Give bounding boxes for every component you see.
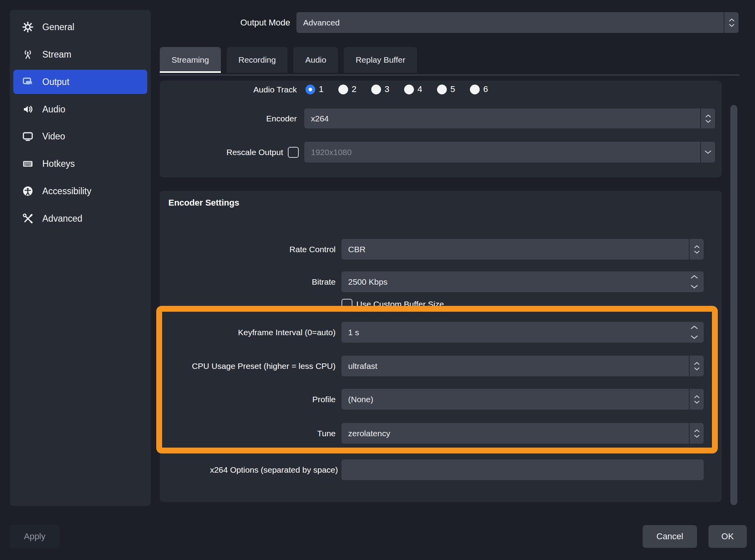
spinner-up-icon [729, 18, 735, 22]
spinner-down-icon [729, 24, 735, 27]
sidebar-item-label: Output [42, 77, 69, 87]
gear-icon [22, 21, 34, 33]
audio-track-radio-label: 4 [417, 84, 422, 94]
profile-label: Profile [160, 389, 336, 410]
rescale-output-dropdown[interactable]: 1920x1080 [304, 142, 715, 163]
sidebar-item-label: Accessibility [42, 186, 91, 197]
sidebar-item-stream[interactable]: Stream [13, 42, 147, 67]
spinner-up-icon [694, 429, 700, 432]
spinner-up-icon [705, 114, 711, 117]
spin-up-button[interactable] [690, 275, 698, 279]
rescale-output-checkbox[interactable] [288, 147, 299, 158]
sidebar-item-label: Stream [42, 49, 71, 60]
encoder-dropdown[interactable]: x264 [304, 108, 715, 128]
dropdown-button[interactable] [700, 142, 715, 163]
profile-value: (None) [348, 395, 373, 404]
sidebar-item-hotkeys[interactable]: Hotkeys [13, 152, 147, 176]
tab-divider [160, 74, 739, 76]
audio-track-radio-2[interactable] [338, 85, 348, 94]
audio-track-radio-3[interactable] [371, 85, 381, 94]
audio-track-radio-label: 2 [352, 84, 356, 94]
ok-button[interactable]: OK [708, 525, 747, 548]
audio-track-radio-label: 6 [483, 84, 488, 94]
tune-value: zerolatency [348, 429, 390, 438]
rate-control-dropdown[interactable]: CBR [341, 239, 704, 260]
output-screen-icon [22, 76, 34, 88]
dropdown-spinner[interactable] [700, 108, 715, 128]
obs-settings-window: General Stream [0, 0, 755, 560]
spin-down-button[interactable] [690, 335, 698, 339]
output-mode-label: Output Mode [196, 12, 290, 33]
spinner-down-icon [690, 285, 698, 289]
keyframe-interval-value: 1 s [348, 328, 359, 337]
video-monitor-icon [22, 130, 34, 142]
dropdown-spinner[interactable] [689, 356, 704, 376]
spinner-up-icon [694, 395, 700, 398]
spinner-up-icon [694, 362, 700, 365]
sidebar-item-audio[interactable]: Audio [13, 97, 147, 121]
sidebar-item-label: Hotkeys [42, 159, 75, 169]
sidebar-item-video[interactable]: Video [13, 124, 147, 148]
use-custom-buffer-label: Use Custom Buffer Size [356, 299, 552, 310]
audio-track-radio-label: 5 [450, 84, 455, 94]
audio-track-radio-1[interactable] [305, 85, 315, 94]
sidebar-item-label: Audio [42, 104, 65, 115]
cpu-usage-preset-dropdown[interactable]: ultrafast [341, 356, 704, 376]
spin-up-button[interactable] [690, 325, 698, 329]
dropdown-spinner[interactable] [689, 239, 704, 260]
spinner-down-icon [694, 401, 700, 404]
audio-track-radio-6[interactable] [470, 85, 480, 94]
sidebar-item-output[interactable]: Output [13, 70, 147, 94]
x264-options-input[interactable] [341, 459, 704, 480]
sidebar-item-label: General [42, 22, 74, 33]
audio-speaker-icon [22, 103, 34, 115]
tab-replay-buffer[interactable]: Replay Buffer [344, 47, 417, 73]
sidebar-item-accessibility[interactable]: Accessibility [13, 179, 147, 203]
tab-recording[interactable]: Recording [227, 47, 288, 73]
output-mode-value: Advanced [303, 18, 340, 27]
advanced-tools-icon [22, 213, 34, 224]
spinner-up-icon [690, 275, 698, 279]
vertical-scrollbar[interactable] [730, 105, 737, 505]
stream-antenna-icon [22, 49, 34, 60]
sidebar-item-advanced[interactable]: Advanced [13, 206, 147, 231]
sidebar-item-general[interactable]: General [13, 15, 147, 39]
chevron-down-icon [704, 150, 712, 154]
rescale-output-value: 1920x1080 [311, 148, 352, 157]
cpu-usage-preset-value: ultrafast [348, 361, 378, 371]
dropdown-spinner[interactable] [689, 423, 704, 444]
dropdown-spinner[interactable] [689, 389, 704, 410]
sidebar-item-label: Video [42, 131, 65, 142]
audio-track-radio-label: 3 [385, 84, 389, 94]
tune-dropdown[interactable]: zerolatency [341, 423, 704, 444]
rate-control-value: CBR [348, 245, 365, 254]
use-custom-buffer-checkbox[interactable] [341, 299, 352, 310]
rescale-output-label: Rescale Output [160, 147, 283, 158]
spinner-down-icon [694, 435, 700, 438]
accessibility-icon [22, 185, 34, 197]
audio-track-radio-label: 1 [319, 84, 323, 94]
cancel-button[interactable]: Cancel [643, 525, 697, 548]
dropdown-spinner[interactable] [724, 12, 739, 33]
encoder-value: x264 [311, 114, 329, 123]
bitrate-spinbox[interactable]: 2500 Kbps [341, 271, 704, 292]
encoder-settings-panel: Encoder Settings Rate Control CBR Bitrat… [160, 191, 722, 502]
profile-dropdown[interactable]: (None) [341, 389, 704, 410]
audio-track-label: Audio Track [160, 85, 297, 94]
tune-label: Tune [160, 423, 336, 444]
tab-audio[interactable]: Audio [293, 47, 338, 73]
spinner-down-icon [690, 335, 698, 339]
spinner-up-icon [690, 325, 698, 329]
spinner-down-icon [705, 120, 711, 123]
apply-button[interactable]: Apply [10, 525, 60, 548]
keyframe-interval-spinbox[interactable]: 1 s [341, 322, 704, 343]
spinner-down-icon [694, 367, 700, 370]
spin-down-button[interactable] [690, 285, 698, 289]
settings-sidebar: General Stream [10, 10, 151, 506]
audio-track-radio-5[interactable] [437, 85, 447, 94]
spinner-up-icon [694, 245, 700, 248]
output-mode-dropdown[interactable]: Advanced [296, 12, 739, 33]
tab-streaming[interactable]: Streaming [160, 47, 221, 73]
x264-options-label: x264 Options (separated by space) [160, 459, 338, 480]
audio-track-radio-4[interactable] [404, 85, 414, 94]
